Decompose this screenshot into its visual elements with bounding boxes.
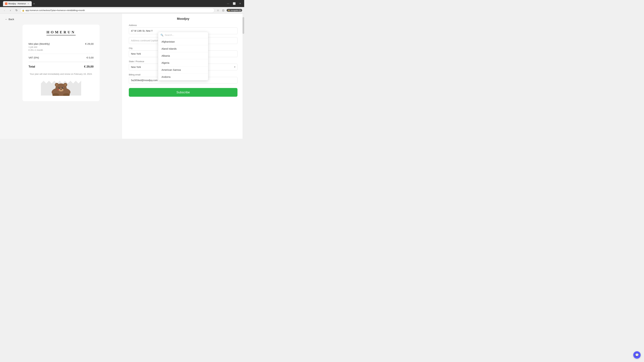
browser-actions: ☆ ⊡ 🕵 Incognito (2) bbox=[216, 8, 242, 12]
svg-point-5 bbox=[64, 84, 66, 86]
dropdown-list: AfghanistanAland IslandsAlbaniaAlgeriaAm… bbox=[158, 38, 208, 80]
address-bar-row: ‹ › ↻ 🔒 app.homerun.co/checkout?plan=hom… bbox=[0, 7, 244, 14]
incognito-icon: 🕵 bbox=[228, 9, 230, 11]
svg-point-11 bbox=[60, 89, 62, 90]
svg-point-4 bbox=[56, 84, 58, 86]
search-icon: 🔍 bbox=[160, 34, 163, 36]
url-text: app.homerun.co/checkout?plan=homerun-min… bbox=[26, 9, 213, 11]
homerun-logo-text: HOMERUN bbox=[46, 30, 76, 35]
bookmark-button[interactable]: ☆ bbox=[216, 8, 220, 12]
tab-favicon: M bbox=[5, 2, 8, 5]
active-tab[interactable]: M Moodjoy · Homerun ✕ bbox=[3, 1, 32, 6]
address-label: Address bbox=[129, 24, 238, 26]
tab-title: Moodjoy · Homerun bbox=[8, 2, 26, 5]
sidebar-toggle-button[interactable]: ⊡ bbox=[221, 8, 226, 12]
tab-bar: M Moodjoy · Homerun ✕ + bbox=[3, 1, 36, 6]
dropdown-search-input[interactable] bbox=[165, 34, 206, 36]
main-content: ← Back HOMERUN Mini plan (Monthly) 1 job… bbox=[0, 14, 244, 139]
back-nav-button[interactable]: ‹ bbox=[2, 8, 7, 13]
dropdown-item[interactable]: Andorra bbox=[158, 73, 208, 80]
back-arrow-icon: ← bbox=[5, 18, 8, 21]
svg-point-12 bbox=[57, 89, 59, 90]
address-bar[interactable]: 🔒 app.homerun.co/checkout?plan=homerun-m… bbox=[20, 8, 214, 13]
window-controls: — ⬜ ✕ bbox=[226, 1, 242, 6]
tab-close-button[interactable]: ✕ bbox=[27, 2, 30, 5]
panel-scrollbar-thumb bbox=[242, 17, 244, 34]
close-window-button[interactable]: ✕ bbox=[238, 1, 242, 6]
dropdown-item[interactable]: American Samoa bbox=[158, 66, 208, 73]
order-card: HOMERUN Mini plan (Monthly) 1 job slot €… bbox=[22, 25, 100, 101]
browser-chrome: M Moodjoy · Homerun ✕ + — ⬜ ✕ bbox=[0, 0, 244, 7]
new-tab-button[interactable]: + bbox=[32, 1, 36, 6]
back-button[interactable]: ← Back bbox=[5, 17, 117, 21]
subscribe-button[interactable]: Subscribe bbox=[129, 88, 238, 97]
incognito-badge[interactable]: 🕵 Incognito (2) bbox=[226, 9, 242, 12]
company-name: Moodjoy bbox=[129, 17, 238, 21]
plan-calc: € 29 x 1 month bbox=[28, 49, 50, 51]
dropdown-item[interactable]: Afghanistan bbox=[158, 38, 208, 45]
dropdown-item[interactable]: Aland Islands bbox=[158, 45, 208, 52]
right-panel: Moodjoy Address City State / Province Se… bbox=[122, 14, 244, 139]
secure-icon: 🔒 bbox=[22, 9, 24, 11]
homerun-logo: HOMERUN bbox=[28, 30, 94, 35]
total-label: Total bbox=[28, 65, 35, 68]
incognito-label: Incognito (2) bbox=[231, 9, 241, 11]
svg-point-9 bbox=[59, 87, 60, 88]
bear-svg bbox=[41, 79, 81, 96]
vat-label: VAT (0%) bbox=[28, 56, 39, 59]
vat-price: € 0,00 bbox=[86, 56, 94, 59]
total-line: Total € 29,00 bbox=[28, 62, 94, 68]
plan-label: Mini plan (Monthly) bbox=[28, 42, 50, 45]
reload-button[interactable]: ↻ bbox=[14, 8, 19, 13]
left-panel: ← Back HOMERUN Mini plan (Monthly) 1 job… bbox=[0, 14, 122, 139]
back-button-label: Back bbox=[8, 18, 14, 21]
plan-slots: 1 job slot bbox=[28, 46, 50, 48]
svg-point-8 bbox=[62, 87, 64, 88]
plan-price: € 29,00 bbox=[85, 42, 94, 45]
total-price: € 29,00 bbox=[84, 65, 94, 68]
plan-line: Mini plan (Monthly) 1 job slot € 29 x 1 … bbox=[28, 40, 94, 54]
svg-point-7 bbox=[59, 87, 60, 88]
minimize-button[interactable]: — bbox=[226, 1, 230, 6]
svg-point-10 bbox=[63, 87, 63, 88]
country-dropdown: 🔍 AfghanistanAland IslandsAlbaniaAlgeria… bbox=[158, 32, 208, 80]
panel-scrollbar bbox=[242, 14, 244, 139]
forward-nav-button[interactable]: › bbox=[8, 8, 13, 13]
dropdown-search-row: 🔍 bbox=[158, 32, 208, 38]
vat-line: VAT (0%) € 0,00 bbox=[28, 54, 94, 61]
dropdown-item[interactable]: Albania bbox=[158, 52, 208, 59]
dropdown-item[interactable]: Algeria bbox=[158, 59, 208, 66]
renewal-text: Your plan will start immediately and ren… bbox=[28, 72, 94, 76]
bear-illustration bbox=[28, 79, 94, 96]
maximize-button[interactable]: ⬜ bbox=[232, 1, 236, 6]
